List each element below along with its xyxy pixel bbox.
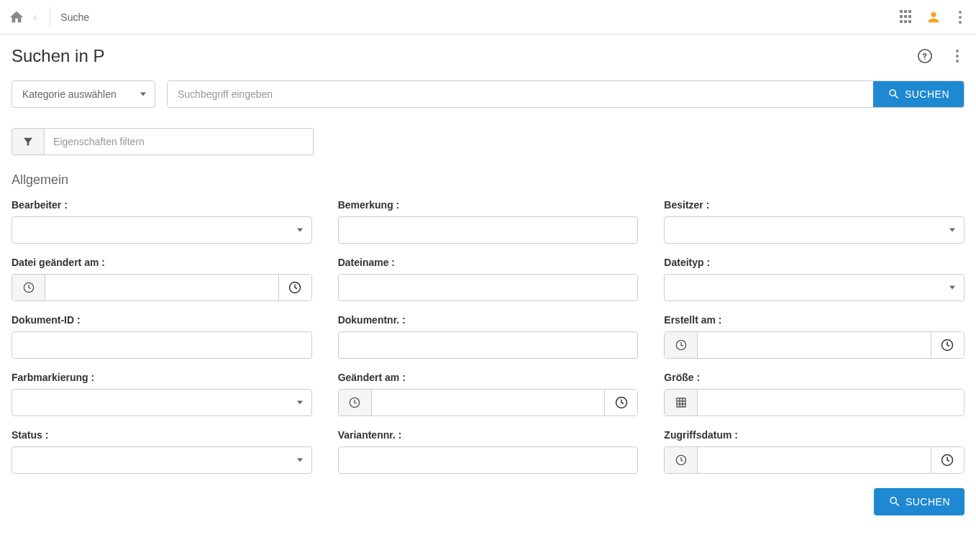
select-farbmarkierung[interactable] [12, 389, 312, 416]
filter-row [12, 128, 314, 155]
field-geaendert-am: Geändert am : [338, 372, 639, 416]
field-dokumentnr: Dokumentnr. : [338, 314, 639, 359]
content: Suchen in P Kategorie auswählen SUCHEN A… [0, 35, 976, 527]
label-zugriffsdatum: Zugriffsdatum : [664, 429, 964, 441]
user-icon[interactable] [926, 9, 941, 25]
field-besitzer: Besitzer : [664, 199, 964, 244]
date-wrap-erstellt [664, 331, 964, 359]
filter-input[interactable] [45, 128, 314, 155]
top-bar-left: ‹ Suche [9, 7, 89, 27]
top-bar: ‹ Suche [0, 0, 976, 35]
field-dateityp: Dateityp : [664, 257, 964, 301]
date-wrap-datei-geaendert [12, 274, 312, 301]
bottom-actions: SUCHEN [12, 488, 964, 515]
section-general-title: Allgemein [12, 173, 964, 188]
input-dokument-id[interactable] [12, 331, 312, 359]
select-bearbeiter[interactable] [12, 216, 312, 244]
input-dokumentnr[interactable] [338, 331, 639, 359]
search-button[interactable]: SUCHEN [873, 81, 964, 107]
clock-suffix-icon[interactable] [931, 332, 964, 358]
input-zugriffsdatum[interactable] [698, 447, 931, 473]
input-geaendert-am[interactable] [372, 390, 605, 416]
search-icon [888, 88, 900, 101]
top-bar-right [900, 9, 967, 25]
field-variantennr: Variantennr. : [338, 429, 639, 474]
breadcrumb-separator [50, 7, 50, 27]
select-besitzer[interactable] [664, 216, 964, 244]
clock-prefix-icon[interactable] [12, 275, 45, 300]
label-datei-geaendert-am: Datei geändert am : [12, 257, 312, 268]
search-button-label: SUCHEN [905, 88, 949, 100]
search-input[interactable] [168, 81, 873, 107]
apps-icon[interactable] [900, 10, 914, 24]
date-wrap-zugriffsdatum [664, 446, 964, 474]
page-title: Suchen in P [12, 46, 104, 66]
field-groesse: Größe : [664, 372, 964, 416]
clock-suffix-icon[interactable] [278, 275, 311, 300]
field-datei-geaendert-am: Datei geändert am : [12, 257, 312, 301]
field-bemerkung: Bemerkung : [338, 199, 639, 244]
date-wrap-geaendert [338, 389, 639, 416]
label-besitzer: Besitzer : [664, 199, 964, 211]
label-erstellt-am: Erstellt am : [664, 314, 964, 326]
help-icon[interactable] [917, 48, 933, 64]
more-vertical-icon[interactable] [953, 10, 967, 24]
label-dateityp: Dateityp : [664, 257, 964, 268]
home-icon[interactable] [9, 9, 24, 25]
category-select[interactable]: Kategorie auswählen [12, 81, 155, 108]
label-dokumentnr: Dokumentnr. : [338, 314, 639, 326]
clock-prefix-icon[interactable] [339, 390, 372, 416]
field-dateiname: Dateiname : [338, 257, 639, 301]
input-dateiname[interactable] [338, 274, 639, 301]
title-actions [917, 48, 964, 64]
label-dokument-id: Dokument-ID : [12, 314, 312, 326]
input-bemerkung[interactable] [338, 216, 639, 244]
label-bemerkung: Bemerkung : [338, 199, 639, 211]
form-grid: Bearbeiter : Bemerkung : Besitzer : Date… [12, 199, 964, 474]
page-more-icon[interactable] [950, 49, 964, 63]
label-bearbeiter: Bearbeiter : [12, 199, 312, 211]
search-icon [888, 495, 901, 508]
bottom-search-button[interactable]: SUCHEN [874, 488, 964, 515]
clock-prefix-icon[interactable] [665, 447, 698, 473]
field-zugriffsdatum: Zugriffsdatum : [664, 429, 964, 474]
label-status: Status : [12, 429, 312, 441]
field-farbmarkierung: Farbmarkierung : [12, 372, 312, 416]
clock-suffix-icon[interactable] [604, 390, 637, 416]
breadcrumb-current: Suche [60, 12, 89, 23]
label-dateiname: Dateiname : [338, 257, 639, 268]
input-erstellt-am[interactable] [698, 332, 931, 358]
title-row: Suchen in P [12, 46, 964, 66]
label-farbmarkierung: Farbmarkierung : [12, 372, 312, 383]
field-status: Status : [12, 429, 312, 474]
search-input-wrap: SUCHEN [167, 81, 964, 108]
field-bearbeiter: Bearbeiter : [12, 199, 312, 244]
field-erstellt-am: Erstellt am : [664, 314, 964, 359]
label-groesse: Größe : [664, 372, 964, 383]
label-geaendert-am: Geändert am : [338, 372, 639, 383]
field-dokument-id: Dokument-ID : [12, 314, 312, 359]
input-variantennr[interactable] [338, 446, 639, 474]
bottom-search-label: SUCHEN [906, 496, 950, 508]
funnel-icon [22, 136, 34, 147]
search-row: Kategorie auswählen SUCHEN [12, 81, 964, 108]
select-dateityp[interactable] [664, 274, 964, 301]
select-status[interactable] [12, 446, 312, 474]
input-groesse[interactable] [698, 390, 964, 416]
input-datei-geaendert-am[interactable] [45, 275, 278, 300]
clock-prefix-icon[interactable] [665, 332, 698, 358]
num-wrap-groesse [664, 389, 964, 416]
clock-suffix-icon[interactable] [931, 447, 964, 473]
filter-icon-button[interactable] [12, 128, 45, 155]
back-caret-icon[interactable]: ‹ [30, 11, 40, 24]
label-variantennr: Variantennr. : [338, 429, 639, 441]
grid-prefix-icon[interactable] [665, 390, 698, 416]
